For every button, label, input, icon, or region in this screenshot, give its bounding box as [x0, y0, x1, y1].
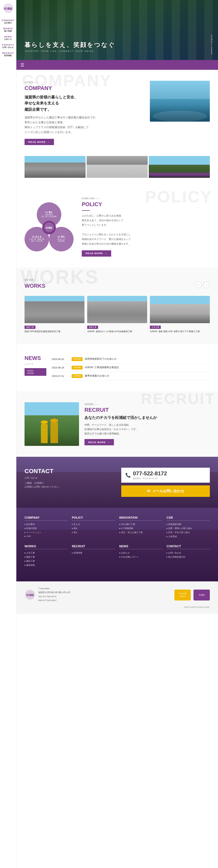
footer-link-company-2[interactable]: イノベーション: [25, 531, 68, 534]
works-prev-button[interactable]: ‹: [195, 282, 202, 288]
hero-sub-text: SUPPORT YOUR LIFE. CONNECT YOUR SMILE.: [25, 50, 95, 52]
recruit-main-text: あなたのチカラを松浦組で活かしませんか: [85, 415, 210, 421]
footer-address: 滋賀県大津市南大町7番12号15号: [38, 591, 70, 594]
footer-bottom-left: 松浦組 〒520-0054 滋賀県大津市南大町7番12号15号 TEL:077-…: [25, 587, 169, 603]
footer-col-company: COMPANY 会社案内 松浦の歴史 イノベーション CSR: [25, 516, 68, 539]
footer-link-works-3[interactable]: 修繕情報: [25, 564, 68, 567]
footer-link-policy-2[interactable]: 育む: [72, 531, 115, 534]
footer-link-news-1[interactable]: CSR活動レポート: [119, 556, 163, 558]
footer-link-contact-0[interactable]: お問い合わせ: [166, 551, 210, 554]
sidebar-item-company[interactable]: COMPANY 会社案内: [2, 19, 14, 24]
svg-rect-9: [41, 421, 48, 424]
arrow-icon: →: [47, 141, 50, 144]
svg-rect-12: [51, 419, 58, 423]
news-date-2: 2023.07.21: [52, 375, 69, 377]
mail-label: メールお問い合わせ: [152, 489, 184, 494]
hamburger-icon[interactable]: ☰: [21, 62, 24, 68]
footer-copyright: ©2023 MATSUURA GUMI.: [184, 606, 210, 609]
footer-link-recruit-0[interactable]: 採用情報: [72, 551, 115, 554]
footer-logo-svg: 松浦組: [25, 589, 35, 600]
contact-mail-button[interactable]: ✉ メールお問い合わせ: [121, 486, 210, 497]
footer-logo-area: 松浦組 〒520-0054 滋賀県大津市南大町7番12号15号 TEL:077-…: [25, 587, 169, 603]
contact-left: CONTACT お問い合わせ ご相談・お見積り お気軽にお問い合わせください。: [25, 468, 113, 489]
footer-link-works-0[interactable]: 土木工事: [25, 551, 68, 554]
footer-link-csr-1[interactable]: 品質・環境への取り組み: [166, 527, 210, 530]
news-left: NEWS ニュース READ MORE →: [25, 355, 46, 376]
footer-grid-bottom: WORKS 土木工事 舗装工事 施設工事 修繕情報 RECRUIT 採用情報 N…: [25, 545, 210, 568]
venn-right-sublabel: 500人への採用活動: [58, 238, 65, 243]
policy-title-line: [82, 210, 90, 211]
news-heading: NEWS: [25, 355, 46, 361]
photo-excavator: [149, 156, 210, 178]
footer-link-company-0[interactable]: 会社案内: [25, 523, 68, 526]
news-label: ニュース: [25, 363, 46, 365]
footer-badge-company: 松浦組: [193, 590, 210, 600]
footer-link-company-1[interactable]: 松浦の歴史: [25, 527, 68, 530]
works-navigation: ‹ ›: [195, 282, 210, 288]
works-section: WORKS 施工実績 —— WORKS ‹ › 舗装工事 国道1号甲賀地区松越箇…: [17, 268, 218, 344]
svg-text:松浦組: 松浦組: [26, 594, 34, 596]
venn-left-label: 02 支える: [32, 236, 41, 238]
footer-link-works-1[interactable]: 舗装工事: [25, 556, 68, 558]
footer-badge-next: 次の仕事を創る: [175, 590, 191, 600]
phone-number: 077-522-8172: [133, 470, 167, 477]
news-section: NEWS ニュース READ MORE → 2023.09.20 採用情報 採用…: [17, 344, 218, 391]
work-tag-2: 土木工事: [150, 326, 161, 329]
recruit-section: RECRUIT 採用情報 —— RECRUIT あなたのチカラを松浦組: [17, 391, 218, 457]
works-next-button[interactable]: ›: [203, 282, 210, 288]
footer-link-innovation-0[interactable]: 2次元施工工業: [119, 523, 163, 526]
company-read-more-button[interactable]: READ MORE →: [25, 139, 54, 145]
recruit-read-more-label: READ MORE: [88, 441, 106, 444]
sidebar-item-news[interactable]: NEWS お知らせ: [4, 35, 12, 40]
policy-arrow-icon: →: [104, 252, 107, 255]
policy-diagram: 01 進む 先進技術を取り入れた企業活動 02 支える 土木工事・建築工事港湾・…: [25, 203, 73, 251]
news-item-2: 2023.07.21 採用情報 夏季休業案のお知らせ: [52, 372, 210, 380]
footer-col-title-contact-footer: CONTACT: [166, 545, 210, 549]
news-inner: NEWS ニュース READ MORE → 2023.09.20 採用情報 採用…: [25, 355, 210, 380]
news-text-2: 夏季休業案のお知らせ: [85, 374, 109, 378]
recruit-body: 仲間、チームワーク、楽しいある松浦組。 松浦組の仕事を始知見る「わかりやすい」で…: [85, 423, 210, 436]
policy-right: 松浦組の使命 —— POLICY 人のために、心豊かに彩りある地域 相互支えあう…: [82, 197, 210, 257]
footer-col-title-csr: CSR: [166, 516, 210, 521]
footer-link-news-0[interactable]: お知らせ: [119, 551, 163, 554]
recruit-arrow-icon: →: [107, 441, 110, 444]
footer-link-policy-1[interactable]: 進む: [72, 527, 115, 530]
venn-top-label: 01 進む: [45, 211, 53, 214]
footer-grid-top: COMPANY 会社案内 松浦の歴史 イノベーション CSR POLICY 支え…: [25, 516, 210, 539]
sidebar-item-works[interactable]: WORKS 施工実績: [3, 27, 13, 32]
photo-strip: [17, 156, 218, 186]
footer-link-innovation-1[interactable]: ICT情報戦略: [119, 527, 163, 530]
footer-link-csr-3[interactable]: 人材育成: [166, 535, 210, 538]
company-body: 滋賀県を中心とした建設工事を行う建設業の建設会社です。 長年にわたる豊かな技術と…: [25, 115, 145, 135]
work-title-2: 令和5年 道路 道路-05号 高野の地下下工事施工工事: [150, 330, 210, 333]
news-text-0: 採用情報更新完了のお知らせ: [85, 357, 117, 361]
work-tag-1: 舗装工事: [87, 326, 98, 329]
footer-col-title-works: WORKS: [25, 545, 68, 549]
badge-next-label: 次の仕事を創る: [179, 592, 186, 598]
photo-road: [25, 156, 86, 178]
footer-link-innovation-2[interactable]: 安全・安心な施工工業: [119, 531, 163, 534]
footer-link-csr-0[interactable]: 地域貢献活動: [166, 523, 210, 526]
sidebar-item-contact[interactable]: CONTACT お問い合わせ: [2, 43, 14, 49]
policy-read-more-button[interactable]: READ MORE →: [82, 250, 111, 257]
svg-rect-2: [150, 81, 210, 122]
footer-link-csr-2[interactable]: 学習・学生の取り組み: [166, 531, 210, 534]
news-text-1: 令和5年 工事成績優秀企業認定: [85, 366, 119, 369]
news-date-0: 2023.09.20: [52, 358, 69, 361]
sidebar-item-recruit[interactable]: RECRUIT 採用情報: [2, 52, 14, 57]
contact-phone-button[interactable]: 📞 077-522-8172 電話受付：平日 8:00〜17:00: [121, 468, 210, 483]
recruit-right: 採用情報 —— RECRUIT あなたのチカラを松浦組で活かしませんか 仲間、チ…: [85, 403, 210, 445]
sidebar-logo[interactable]: 松浦組: [3, 3, 13, 13]
footer-tel: TEL:077-522-8172: [38, 595, 70, 598]
photo-bridge: [87, 156, 148, 178]
company-section: COMPANY 会社案内 —— COMPANY 滋賀県の皆様の暮らしと安全、幸せ…: [17, 70, 218, 156]
footer-nav: COMPANY 会社案内 松浦の歴史 イノベーション CSR POLICY 支え…: [17, 508, 218, 581]
footer-link-policy-0[interactable]: 支える: [72, 523, 115, 526]
recruit-read-more-button[interactable]: READ MORE →: [85, 439, 114, 445]
footer-col-innovation: INNOVATION 2次元施工工業 ICT情報戦略 安全・安心な施工工業: [119, 516, 163, 539]
footer-link-works-2[interactable]: 施設工事: [25, 560, 68, 563]
news-read-more-button[interactable]: READ MORE →: [25, 368, 46, 376]
footer-link-company-3[interactable]: CSR: [25, 535, 68, 537]
footer-link-contact-1[interactable]: 個人情報保護方針: [166, 556, 210, 558]
footer-col-contact: CONTACT お問い合わせ 個人情報保護方針: [166, 545, 210, 568]
